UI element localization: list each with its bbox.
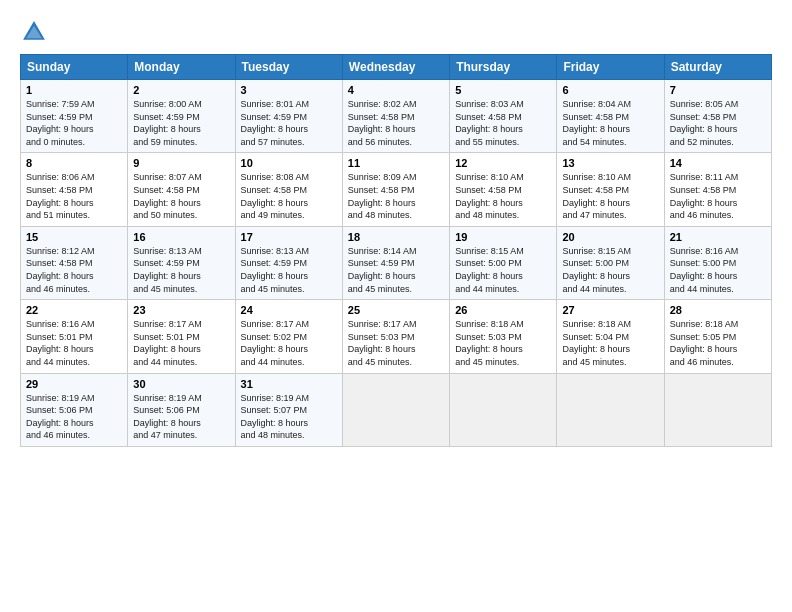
day-cell-25: 25Sunrise: 8:17 AM Sunset: 5:03 PM Dayli…: [342, 300, 449, 373]
day-cell-13: 13Sunrise: 8:10 AM Sunset: 4:58 PM Dayli…: [557, 153, 664, 226]
week-row-4: 22Sunrise: 8:16 AM Sunset: 5:01 PM Dayli…: [21, 300, 772, 373]
logo: [20, 18, 52, 46]
day-info: Sunrise: 8:01 AM Sunset: 4:59 PM Dayligh…: [241, 98, 337, 148]
day-number: 4: [348, 84, 444, 96]
day-number: 26: [455, 304, 551, 316]
day-info: Sunrise: 8:07 AM Sunset: 4:58 PM Dayligh…: [133, 171, 229, 221]
day-number: 11: [348, 157, 444, 169]
weekday-header-friday: Friday: [557, 55, 664, 80]
day-cell-5: 5Sunrise: 8:03 AM Sunset: 4:58 PM Daylig…: [450, 80, 557, 153]
day-number: 30: [133, 378, 229, 390]
empty-cell: [342, 373, 449, 446]
day-number: 25: [348, 304, 444, 316]
day-cell-27: 27Sunrise: 8:18 AM Sunset: 5:04 PM Dayli…: [557, 300, 664, 373]
weekday-header-thursday: Thursday: [450, 55, 557, 80]
day-info: Sunrise: 8:18 AM Sunset: 5:04 PM Dayligh…: [562, 318, 658, 368]
day-info: Sunrise: 8:19 AM Sunset: 5:06 PM Dayligh…: [26, 392, 122, 442]
day-info: Sunrise: 8:15 AM Sunset: 5:00 PM Dayligh…: [455, 245, 551, 295]
day-cell-19: 19Sunrise: 8:15 AM Sunset: 5:00 PM Dayli…: [450, 226, 557, 299]
week-row-1: 1Sunrise: 7:59 AM Sunset: 4:59 PM Daylig…: [21, 80, 772, 153]
day-info: Sunrise: 8:18 AM Sunset: 5:05 PM Dayligh…: [670, 318, 766, 368]
day-info: Sunrise: 8:19 AM Sunset: 5:07 PM Dayligh…: [241, 392, 337, 442]
day-cell-11: 11Sunrise: 8:09 AM Sunset: 4:58 PM Dayli…: [342, 153, 449, 226]
day-cell-23: 23Sunrise: 8:17 AM Sunset: 5:01 PM Dayli…: [128, 300, 235, 373]
logo-icon: [20, 18, 48, 46]
day-number: 18: [348, 231, 444, 243]
empty-cell: [557, 373, 664, 446]
weekday-header-tuesday: Tuesday: [235, 55, 342, 80]
day-info: Sunrise: 8:18 AM Sunset: 5:03 PM Dayligh…: [455, 318, 551, 368]
day-cell-21: 21Sunrise: 8:16 AM Sunset: 5:00 PM Dayli…: [664, 226, 771, 299]
day-cell-30: 30Sunrise: 8:19 AM Sunset: 5:06 PM Dayli…: [128, 373, 235, 446]
week-row-2: 8Sunrise: 8:06 AM Sunset: 4:58 PM Daylig…: [21, 153, 772, 226]
weekday-header-sunday: Sunday: [21, 55, 128, 80]
day-info: Sunrise: 8:16 AM Sunset: 5:00 PM Dayligh…: [670, 245, 766, 295]
day-info: Sunrise: 7:59 AM Sunset: 4:59 PM Dayligh…: [26, 98, 122, 148]
day-cell-22: 22Sunrise: 8:16 AM Sunset: 5:01 PM Dayli…: [21, 300, 128, 373]
weekday-header-row: SundayMondayTuesdayWednesdayThursdayFrid…: [21, 55, 772, 80]
day-info: Sunrise: 8:19 AM Sunset: 5:06 PM Dayligh…: [133, 392, 229, 442]
day-number: 31: [241, 378, 337, 390]
day-cell-2: 2Sunrise: 8:00 AM Sunset: 4:59 PM Daylig…: [128, 80, 235, 153]
day-number: 27: [562, 304, 658, 316]
day-number: 24: [241, 304, 337, 316]
day-number: 8: [26, 157, 122, 169]
day-cell-14: 14Sunrise: 8:11 AM Sunset: 4:58 PM Dayli…: [664, 153, 771, 226]
day-info: Sunrise: 8:04 AM Sunset: 4:58 PM Dayligh…: [562, 98, 658, 148]
day-cell-31: 31Sunrise: 8:19 AM Sunset: 5:07 PM Dayli…: [235, 373, 342, 446]
day-number: 6: [562, 84, 658, 96]
day-number: 3: [241, 84, 337, 96]
day-number: 1: [26, 84, 122, 96]
day-cell-4: 4Sunrise: 8:02 AM Sunset: 4:58 PM Daylig…: [342, 80, 449, 153]
day-info: Sunrise: 8:03 AM Sunset: 4:58 PM Dayligh…: [455, 98, 551, 148]
day-number: 16: [133, 231, 229, 243]
week-row-3: 15Sunrise: 8:12 AM Sunset: 4:58 PM Dayli…: [21, 226, 772, 299]
day-cell-12: 12Sunrise: 8:10 AM Sunset: 4:58 PM Dayli…: [450, 153, 557, 226]
day-number: 22: [26, 304, 122, 316]
day-info: Sunrise: 8:13 AM Sunset: 4:59 PM Dayligh…: [241, 245, 337, 295]
day-info: Sunrise: 8:12 AM Sunset: 4:58 PM Dayligh…: [26, 245, 122, 295]
day-number: 21: [670, 231, 766, 243]
weekday-header-saturday: Saturday: [664, 55, 771, 80]
day-cell-15: 15Sunrise: 8:12 AM Sunset: 4:58 PM Dayli…: [21, 226, 128, 299]
day-number: 5: [455, 84, 551, 96]
day-number: 15: [26, 231, 122, 243]
day-info: Sunrise: 8:11 AM Sunset: 4:58 PM Dayligh…: [670, 171, 766, 221]
weekday-header-monday: Monday: [128, 55, 235, 80]
day-info: Sunrise: 8:17 AM Sunset: 5:03 PM Dayligh…: [348, 318, 444, 368]
day-cell-16: 16Sunrise: 8:13 AM Sunset: 4:59 PM Dayli…: [128, 226, 235, 299]
day-info: Sunrise: 8:17 AM Sunset: 5:02 PM Dayligh…: [241, 318, 337, 368]
day-number: 2: [133, 84, 229, 96]
day-info: Sunrise: 8:02 AM Sunset: 4:58 PM Dayligh…: [348, 98, 444, 148]
day-number: 23: [133, 304, 229, 316]
day-cell-26: 26Sunrise: 8:18 AM Sunset: 5:03 PM Dayli…: [450, 300, 557, 373]
day-info: Sunrise: 8:14 AM Sunset: 4:59 PM Dayligh…: [348, 245, 444, 295]
day-cell-18: 18Sunrise: 8:14 AM Sunset: 4:59 PM Dayli…: [342, 226, 449, 299]
day-number: 14: [670, 157, 766, 169]
header-area: [20, 18, 772, 46]
day-cell-8: 8Sunrise: 8:06 AM Sunset: 4:58 PM Daylig…: [21, 153, 128, 226]
day-number: 12: [455, 157, 551, 169]
day-cell-20: 20Sunrise: 8:15 AM Sunset: 5:00 PM Dayli…: [557, 226, 664, 299]
day-cell-28: 28Sunrise: 8:18 AM Sunset: 5:05 PM Dayli…: [664, 300, 771, 373]
weekday-header-wednesday: Wednesday: [342, 55, 449, 80]
day-number: 28: [670, 304, 766, 316]
day-cell-3: 3Sunrise: 8:01 AM Sunset: 4:59 PM Daylig…: [235, 80, 342, 153]
day-info: Sunrise: 8:15 AM Sunset: 5:00 PM Dayligh…: [562, 245, 658, 295]
day-number: 19: [455, 231, 551, 243]
day-info: Sunrise: 8:10 AM Sunset: 4:58 PM Dayligh…: [455, 171, 551, 221]
day-info: Sunrise: 8:16 AM Sunset: 5:01 PM Dayligh…: [26, 318, 122, 368]
day-info: Sunrise: 8:13 AM Sunset: 4:59 PM Dayligh…: [133, 245, 229, 295]
day-number: 7: [670, 84, 766, 96]
day-cell-29: 29Sunrise: 8:19 AM Sunset: 5:06 PM Dayli…: [21, 373, 128, 446]
day-cell-24: 24Sunrise: 8:17 AM Sunset: 5:02 PM Dayli…: [235, 300, 342, 373]
day-info: Sunrise: 8:10 AM Sunset: 4:58 PM Dayligh…: [562, 171, 658, 221]
day-info: Sunrise: 8:08 AM Sunset: 4:58 PM Dayligh…: [241, 171, 337, 221]
day-info: Sunrise: 8:00 AM Sunset: 4:59 PM Dayligh…: [133, 98, 229, 148]
day-number: 17: [241, 231, 337, 243]
day-number: 9: [133, 157, 229, 169]
day-cell-9: 9Sunrise: 8:07 AM Sunset: 4:58 PM Daylig…: [128, 153, 235, 226]
calendar-table: SundayMondayTuesdayWednesdayThursdayFrid…: [20, 54, 772, 447]
day-cell-1: 1Sunrise: 7:59 AM Sunset: 4:59 PM Daylig…: [21, 80, 128, 153]
day-info: Sunrise: 8:06 AM Sunset: 4:58 PM Dayligh…: [26, 171, 122, 221]
